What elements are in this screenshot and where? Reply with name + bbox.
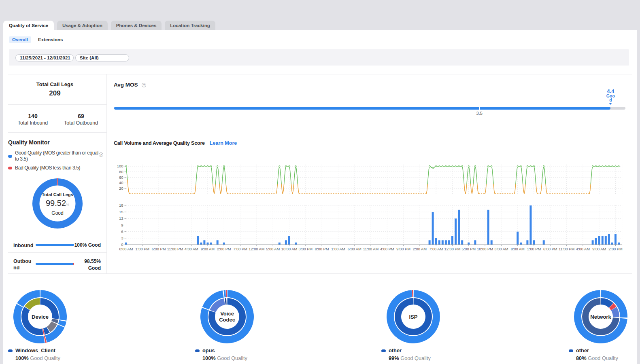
learn-more-link[interactable]: Learn More	[210, 140, 237, 146]
x-axis-label: 1:00 PM	[527, 247, 541, 251]
quality-line-segment	[521, 169, 522, 176]
x-axis-label: 6:00 AM	[348, 247, 361, 251]
call-volume-chart[interactable]: 2040608010003691215188:00 AM1:00 PM6:00 …	[109, 160, 636, 255]
isp-center-label: ISP	[400, 314, 426, 320]
inbound-label: Inbound	[13, 242, 34, 249]
x-axis-label: 2:00 AM	[413, 247, 427, 251]
volume-bar	[451, 236, 453, 245]
avg-mos-caret-icon	[609, 103, 612, 105]
total-inbound-label: Total Inbound	[9, 120, 57, 126]
quality-line-segment	[478, 191, 478, 194]
x-axis-label: 8:00 PM	[315, 247, 329, 251]
quality-line-segment	[546, 191, 547, 194]
volume-bar	[474, 240, 476, 245]
help-icon[interactable]: ?	[142, 83, 146, 87]
quality-line-segment	[195, 184, 196, 191]
line-marker	[295, 165, 296, 167]
volume-bar	[618, 243, 620, 245]
volume-bar	[458, 210, 460, 245]
volume-bar	[197, 236, 199, 245]
quality-line-segment	[536, 191, 537, 194]
outbound-quality-bar	[36, 263, 74, 265]
avg-mos-slider[interactable]	[114, 107, 625, 110]
quality-line-segment	[476, 169, 477, 176]
quality-line-segment	[294, 169, 295, 176]
x-axis-label: 4:00 AM	[576, 247, 590, 251]
quality-line-segment	[298, 184, 298, 191]
line-marker	[615, 165, 616, 167]
date-range-input[interactable]: 11/25/2021 - 12/01/2021	[15, 54, 74, 61]
subtab-overall[interactable]: Overall	[9, 36, 31, 43]
volume-bar	[543, 240, 545, 245]
quality-line-segment	[212, 176, 213, 184]
isp-legend-label: other	[381, 348, 446, 353]
help-icon[interactable]: ?	[99, 152, 103, 157]
quality-line-segment	[494, 191, 495, 194]
x-axis-label: 1:00 PM	[135, 247, 149, 251]
line-marker	[517, 165, 518, 167]
qm-donut-value: 99.52	[46, 199, 66, 207]
tab-quality-of-service[interactable]: Quality of Service	[3, 21, 54, 30]
quality-line-segment	[281, 176, 282, 184]
volume-bar	[533, 240, 535, 245]
device-legend-label: Windows_Client	[8, 348, 73, 353]
volume-bar	[602, 236, 604, 245]
quality-line-segment	[466, 184, 467, 191]
x-axis-label: 12:00 AM	[249, 247, 264, 251]
divider	[8, 273, 632, 274]
quality-line-segment	[516, 169, 517, 176]
quality-line-segment	[523, 184, 524, 191]
quality-line-segment	[291, 184, 292, 191]
content-card: Overall Extensions 11/25/2021 - 12/01/20…	[3, 30, 637, 364]
line-marker	[207, 165, 208, 167]
x-axis-label: 11:00 PM	[559, 247, 574, 251]
x-axis-label: 5:00 AM	[266, 247, 280, 251]
main-tabbar: Quality of ServiceUsage & AdoptionPhones…	[3, 21, 219, 30]
volume-bar	[595, 238, 597, 245]
quality-line-segment	[216, 169, 217, 176]
subtab-extensions[interactable]: Extensions	[38, 36, 63, 43]
site-filter-input[interactable]: Site (All)	[75, 54, 129, 61]
quality-line-segment	[277, 184, 278, 191]
quality-line-segment	[293, 191, 293, 194]
quality-line-segment	[226, 184, 227, 191]
quality-line-segment	[426, 191, 427, 194]
line-marker	[204, 165, 205, 167]
line-marker	[592, 165, 593, 167]
legend-dot-icon	[195, 349, 200, 352]
avg-mos-title: Avg MOS ?	[114, 82, 146, 88]
quality-line-segment	[464, 176, 464, 184]
legend-label: Good Quality (MOS greater than or equal …	[15, 150, 98, 162]
x-axis-label: 9:00 AM	[201, 247, 215, 251]
device-center-label: Device	[27, 314, 53, 320]
divider	[8, 252, 106, 253]
line-marker	[200, 165, 202, 167]
quality-line-segment	[468, 169, 468, 176]
network-legend: other80% Good Quality	[569, 348, 634, 361]
quality-line-segment	[469, 169, 470, 176]
tab-phones-devices[interactable]: Phones & Devices	[111, 21, 162, 30]
quality-line-segment	[535, 169, 536, 176]
quality-line-segment	[218, 169, 219, 176]
quality-monitor-legend: Good Quality (MOS greater than or equal …	[8, 150, 101, 174]
x-axis-label: 9:00 PM	[396, 247, 410, 251]
quality-line-segment	[213, 184, 214, 191]
volume-bar	[455, 218, 457, 245]
voice-codec-legend-stat: 100% Good Quality	[195, 355, 260, 361]
line-marker	[595, 165, 596, 167]
x-axis-label: 7:00 PM	[233, 247, 247, 251]
x-axis-label: 11:00 AM	[363, 247, 379, 251]
bad-quality-arc	[57, 178, 58, 186]
volume-bar	[448, 240, 450, 245]
y-axis-label: 15	[119, 210, 123, 214]
x-axis-label: 7:00 AM	[429, 247, 443, 251]
tab-usage-adoption[interactable]: Usage & Adoption	[57, 21, 108, 30]
line-marker	[605, 165, 606, 167]
quality-line-segment	[214, 191, 215, 194]
volume-bar	[210, 243, 212, 245]
tab-location-tracking[interactable]: Location Tracking	[165, 21, 215, 30]
quality-line-segment	[221, 191, 221, 194]
legend-label-text: Windows_Client	[15, 347, 55, 353]
x-axis-label: 3:00 PM	[298, 247, 313, 251]
isp-legend: other99% Good Quality	[381, 348, 446, 361]
